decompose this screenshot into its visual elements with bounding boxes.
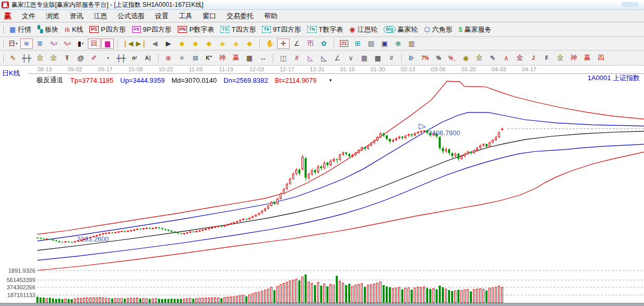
kline-chart-canvas[interactable] (0, 66, 644, 306)
window-controls[interactable] (621, 2, 639, 7)
diamond-diagonal-icon[interactable]: ◈ (216, 39, 229, 49)
fan-purple-icon[interactable]: ◺ (304, 53, 317, 63)
shen-angle-icon[interactable]: 神 (568, 53, 580, 63)
square-web-icon[interactable]: ⊠ (189, 53, 202, 63)
prev-bar-icon[interactable]: ◀ (149, 39, 161, 49)
export-web-tool-icon[interactable]: ⊕ (392, 39, 404, 49)
toolbar-button-sectors[interactable]: ▚板块 (34, 24, 61, 35)
toolbar-button-p-number-table[interactable]: PNP数字表 (175, 24, 217, 35)
target-red-icon[interactable]: ⊕ (162, 53, 175, 63)
hand-tool-icon[interactable]: ✋ (264, 39, 276, 49)
wave-9-icon[interactable]: ∿9 (61, 39, 73, 49)
gold-gate-2-icon[interactable]: 金 (47, 53, 60, 63)
angle-tool-icon[interactable]: ∠ (291, 39, 303, 49)
gann-shape-tool-icon[interactable]: 币 (304, 39, 317, 49)
gold-gate-1-icon[interactable]: 金 (34, 53, 46, 63)
wave-3-icon[interactable]: ∿3 (47, 39, 60, 49)
calendar-tool-icon[interactable]: 21 (338, 39, 350, 49)
j-angle-icon[interactable]: J (527, 53, 540, 63)
indicator-dropdown-icon[interactable]: ▼ (328, 78, 333, 83)
fan-red-icon[interactable]: // (291, 53, 303, 63)
grid-ticks-icon[interactable]: ┼┼ (20, 53, 33, 63)
pen-bars-icon[interactable]: ✎ (487, 53, 499, 63)
percent-seven-icon[interactable]: 7% (419, 53, 431, 63)
menu-item-tools[interactable]: 工具 (174, 11, 198, 21)
volume-profile-icon[interactable]: ▆ (101, 39, 114, 49)
single-candle-dropdown-icon[interactable]: ▮▾ (74, 39, 87, 49)
gold-line-icon[interactable]: 金 (473, 53, 485, 63)
f-lines-icon[interactable]: Ŧ (61, 53, 73, 63)
percent-icon[interactable]: % (432, 53, 445, 63)
time-circle-icon[interactable]: ◔ (101, 53, 114, 63)
grid-red-icon[interactable]: ▦ (358, 53, 371, 63)
si-angle-icon[interactable]: 四 (595, 53, 607, 63)
diamond-horizontal-icon[interactable]: ◆ (203, 39, 215, 49)
shen-tool-icon[interactable]: 神 (216, 53, 229, 63)
percent-line-icon[interactable]: %_ (446, 53, 458, 63)
red-pen-icon[interactable]: ✐ (88, 53, 100, 63)
menu-item-formula-picker[interactable]: 公式选股 (112, 11, 150, 21)
candle-style-dropdown-icon[interactable]: 日▾ (7, 39, 19, 49)
menu-item-trade-order[interactable]: 交易委托 (221, 11, 259, 21)
spiral-flower-tool-icon[interactable]: ✿ (318, 39, 330, 49)
star-web-icon[interactable]: ✳ (176, 53, 188, 63)
info-document-icon[interactable]: ≣ (34, 39, 46, 49)
menu-item-gann[interactable]: 江恩 (88, 11, 112, 21)
pen-tool-icon[interactable]: ✎ (7, 53, 19, 63)
n-squared-icon[interactable]: n² (128, 53, 141, 63)
menu-item-news[interactable]: 资讯 (64, 11, 88, 21)
measure-bars-icon[interactable]: ⊪ (405, 53, 418, 63)
diamond-right-icon[interactable]: ◆ (189, 39, 202, 49)
diamond-expand-icon[interactable]: ◈ (230, 39, 242, 49)
toolbar-button-hexagon[interactable]: ⬡六角形 (421, 24, 455, 35)
menu-item-window[interactable]: 窗口 (198, 11, 221, 21)
next-bar-icon[interactable]: ▶ (162, 39, 175, 49)
save-tool-icon[interactable]: ▣ (378, 39, 391, 49)
diamond-left-icon[interactable]: ◆ (176, 39, 188, 49)
gold-angle-icon[interactable]: 金 (554, 53, 567, 63)
menu-item-help[interactable]: 帮助 (259, 11, 283, 21)
ying-tool-icon[interactable]: 赢 (230, 53, 242, 63)
menu-item-browse[interactable]: 浏览 (41, 11, 64, 21)
wave-a-icon[interactable]: ∧ (500, 53, 512, 63)
v-rays-icon[interactable]: ∨ (345, 53, 357, 63)
spiral-icon[interactable]: @ (74, 53, 87, 63)
crosshair-tool-icon[interactable]: ✛ (277, 39, 290, 49)
system-tool-icon[interactable]: ▥ (405, 39, 418, 49)
menu-item-settings[interactable]: 设置 (150, 11, 174, 21)
fan-dark-icon[interactable]: ◺ (318, 53, 330, 63)
toolbar-button-kline[interactable]: ılıK线 (61, 24, 86, 35)
toolbar-grip[interactable] (2, 26, 4, 34)
ying-angle-icon[interactable]: 赢 (581, 53, 594, 63)
angle-rays-icon[interactable]: ∠ (331, 53, 344, 63)
a-channel-icon[interactable]: A∣ (142, 53, 154, 63)
toolbar-grip[interactable] (2, 40, 4, 48)
toolbar-button-9p-square[interactable]: P99P四方形 (129, 24, 175, 35)
toolbar-button-market-quotes[interactable]: ▦行情 (6, 24, 34, 35)
jump-last-icon[interactable]: ▶❘ (135, 39, 148, 49)
toolbar-button-9t-square[interactable]: T99T四方形 (259, 24, 304, 35)
zigzag-pattern-icon[interactable]: ≋ (20, 39, 33, 49)
ruler-grid-icon[interactable]: ▦ (243, 53, 256, 63)
toolbar-button-t-number-table[interactable]: TNT数字表 (304, 24, 346, 35)
diamond-cross-icon[interactable]: ◆ (243, 39, 256, 49)
period-label[interactable]: 日K线 (2, 69, 20, 78)
window-frame-icon[interactable]: ◫ (277, 53, 290, 63)
toolbar-grip[interactable] (2, 54, 4, 62)
tick-ruler-icon[interactable]: ┼┼ (115, 53, 127, 63)
map-red-icon[interactable]: 回 (88, 39, 100, 49)
parallel-rays-icon[interactable]: // (385, 53, 398, 63)
f-angle-icon[interactable]: F (541, 53, 553, 63)
toolbar-button-winner-service[interactable]: $赢家服务 (455, 24, 494, 35)
span-arrows-icon[interactable]: ↔ (257, 53, 269, 63)
toolbar-button-gann-wheel[interactable]: ◉江恩轮 (346, 24, 380, 35)
gold-red-icon[interactable]: 金 (514, 53, 526, 63)
notes-tool-icon[interactable]: ▤ (365, 39, 377, 49)
calculator-tool-icon[interactable]: ⊞ (351, 39, 364, 49)
k-quote-icon[interactable]: K" (203, 53, 215, 63)
window-titlebar[interactable]: 赢 赢家江恩专业版[赢家内部服务平台] - [上证指数 SH1A0001-167… (0, 0, 644, 10)
toolbar-button-winner-wheel[interactable]: Big赢家轮 (380, 24, 421, 35)
jump-first-icon[interactable]: ❘◀ (122, 39, 134, 49)
toolbar-button-p-square[interactable]: PSP四方形 (86, 24, 129, 35)
gold-circle-icon[interactable]: ◉ (459, 53, 472, 63)
